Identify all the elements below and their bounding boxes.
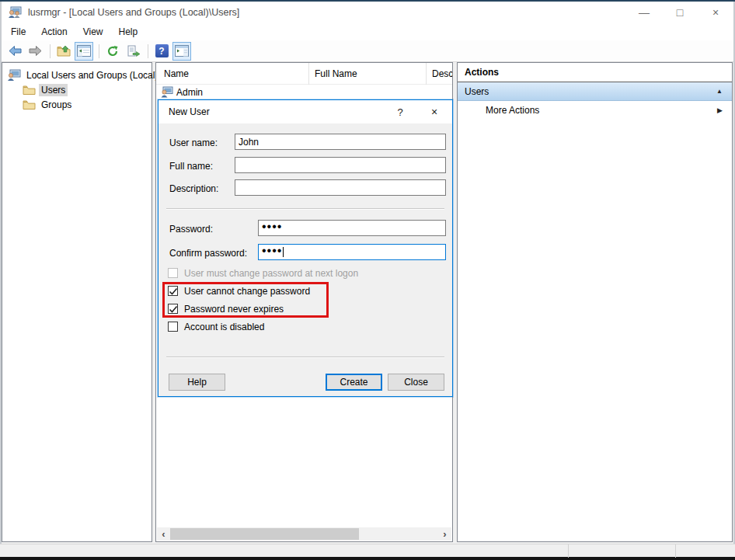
checkbox-checked-icon [168, 286, 178, 296]
confirm-password-input[interactable]: •••• [258, 244, 446, 260]
collapse-arrow-icon[interactable]: ▲ [716, 88, 723, 95]
text-caret [283, 247, 284, 257]
window-title: lusrmgr - [Local Users and Groups (Local… [28, 7, 239, 18]
horizontal-scrollbar[interactable]: ‹ › [157, 527, 451, 541]
password-label: Password: [169, 224, 213, 235]
checkbox-label: Password never expires [184, 304, 284, 315]
user-name-value: John [239, 137, 259, 148]
column-header-description[interactable]: Descri [427, 63, 452, 85]
checkbox-icon [168, 268, 178, 278]
list-cell-name: Admin [176, 87, 203, 98]
close-button[interactable]: × [698, 2, 733, 23]
console-tree-panel: Local Users and Groups (Local) Users Gro… [2, 62, 152, 542]
tree-root-label: Local Users and Groups (Local) [24, 69, 160, 82]
refresh-button[interactable] [103, 42, 122, 61]
checkbox-password-never-expires[interactable]: Password never expires [168, 303, 284, 315]
password-input[interactable]: •••• [258, 220, 446, 236]
folder-icon [23, 85, 36, 96]
app-icon [8, 6, 22, 19]
help-button-label: Help [187, 377, 207, 388]
scroll-right-arrow-icon[interactable]: › [438, 527, 451, 541]
toolbar-separator [50, 44, 51, 58]
help-button[interactable]: ? [152, 42, 171, 61]
description-label: Description: [169, 183, 218, 194]
back-icon [9, 45, 22, 57]
actions-group-label: Users [465, 86, 489, 97]
help-icon: ? [155, 44, 169, 57]
status-bar [0, 544, 735, 557]
more-actions-label: More Actions [486, 105, 539, 116]
full-name-input[interactable] [235, 157, 446, 173]
export-list-button[interactable] [124, 42, 142, 61]
actions-group-users[interactable]: Users ▲ [458, 82, 732, 101]
confirm-password-value: •••• [262, 245, 282, 257]
scrollbar-thumb[interactable] [170, 528, 359, 540]
description-input[interactable] [235, 179, 446, 196]
up-one-level-button[interactable] [54, 42, 73, 61]
scroll-left-arrow-icon[interactable]: ‹ [157, 527, 170, 541]
dialog-help-button[interactable]: ? [384, 106, 416, 118]
password-value: •••• [262, 221, 282, 233]
checkbox-label: User must change password at next logon [184, 268, 358, 279]
close-button-label: Close [404, 377, 428, 388]
tree-root-local-users-and-groups[interactable]: Local Users and Groups (Local) [2, 68, 152, 82]
confirm-password-label: Confirm password: [169, 248, 247, 259]
export-list-icon [127, 45, 140, 57]
column-header-full-name[interactable]: Full Name [309, 63, 427, 85]
checkbox-label: User cannot change password [184, 286, 310, 297]
checkbox-icon [168, 322, 178, 332]
toolbar: ? [2, 40, 733, 62]
checkbox-account-disabled[interactable]: Account is disabled [168, 321, 264, 332]
dialog-title: New User [169, 106, 210, 117]
user-name-input[interactable]: John [235, 134, 446, 150]
statusbar-separator [675, 544, 676, 558]
statusbar-separator [568, 544, 569, 558]
separator [166, 357, 444, 358]
full-name-label: Full name: [169, 161, 213, 172]
refresh-icon [106, 45, 119, 57]
forward-button[interactable] [26, 42, 44, 61]
back-button[interactable] [5, 42, 24, 61]
user-name-label: User name: [169, 137, 218, 148]
list-row-admin[interactable]: Admin [156, 85, 452, 99]
create-button[interactable]: Create [326, 374, 382, 391]
actions-panel: Actions Users ▲ More Actions ▶ [457, 62, 733, 542]
more-actions-item[interactable]: More Actions ▶ [458, 101, 732, 120]
tree-item-users-label: Users [39, 84, 68, 96]
tree-item-users[interactable]: Users [2, 82, 152, 97]
console-tree-toggle-button[interactable] [75, 42, 93, 61]
new-user-dialog: New User ? × User name: John Full name: … [158, 99, 453, 397]
help-dialog-button[interactable]: Help [169, 374, 225, 391]
dialog-title-bar: New User ? × [158, 100, 452, 123]
menu-help[interactable]: Help [117, 25, 140, 39]
up-one-level-icon [57, 45, 71, 57]
console-tree-toggle-icon [77, 45, 91, 57]
checkbox-cannot-change-password[interactable]: User cannot change password [168, 285, 310, 297]
user-icon [160, 86, 173, 98]
checkbox-label: Account is disabled [184, 322, 264, 332]
dialog-close-button[interactable]: × [416, 106, 452, 118]
create-button-label: Create [340, 377, 368, 388]
menu-view[interactable]: View [82, 25, 105, 39]
submenu-arrow-icon: ▶ [717, 106, 723, 114]
menu-file[interactable]: File [9, 25, 27, 39]
action-pane-toggle-button[interactable] [172, 42, 191, 61]
menu-action[interactable]: Action [40, 25, 68, 39]
folder-icon [23, 99, 36, 110]
forward-icon [29, 45, 42, 57]
minimize-button[interactable]: — [626, 2, 662, 23]
checkbox-checked-icon [168, 304, 178, 314]
title-bar: lusrmgr - [Local Users and Groups (Local… [2, 2, 733, 23]
tree-item-groups[interactable]: Groups [2, 97, 152, 112]
toolbar-separator [99, 44, 99, 58]
checkbox-must-change-password[interactable]: User must change password at next logon [168, 267, 358, 279]
action-pane-toggle-icon [175, 45, 189, 57]
close-dialog-button[interactable]: Close [388, 374, 444, 391]
users-and-groups-icon [7, 69, 21, 82]
window-bottom-edge [0, 557, 735, 560]
maximize-button[interactable]: □ [662, 2, 698, 23]
list-header: Name Full Name Descri [156, 63, 452, 85]
menu-bar: File Action View Help [2, 23, 733, 40]
column-header-name[interactable]: Name [156, 63, 309, 85]
tree-item-groups-label: Groups [39, 99, 74, 111]
